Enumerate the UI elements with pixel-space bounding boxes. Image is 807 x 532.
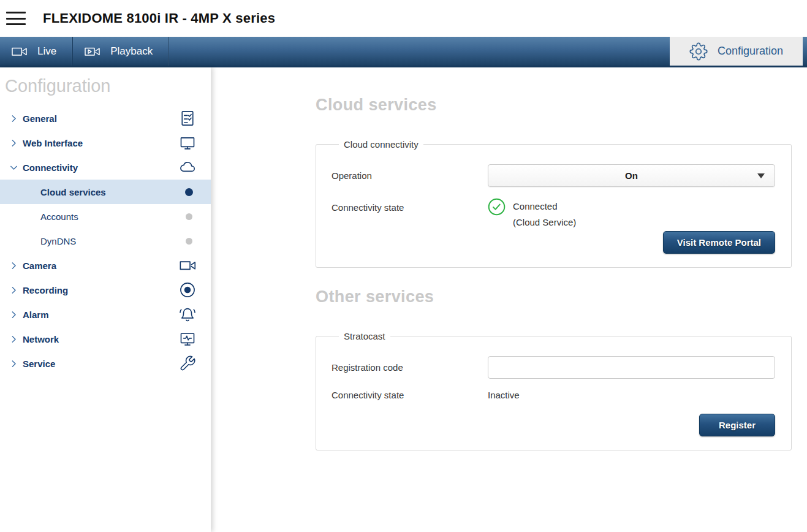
sidebar-item-service[interactable]: Service	[0, 351, 211, 376]
tab-playback[interactable]: Playback	[73, 37, 169, 66]
gear-icon	[689, 42, 708, 61]
cloud-connectivity-legend: Cloud connectivity	[339, 139, 423, 150]
sidebar-item-label: General	[23, 113, 57, 124]
sidebar-item-label: Camera	[23, 260, 56, 271]
sidebar-item-label: Service	[23, 359, 55, 369]
chevron-down-icon	[9, 162, 19, 173]
sidebar-item-label: Recording	[23, 285, 68, 295]
sidebar-item-recording[interactable]: Recording	[0, 278, 211, 302]
sidebar-item-cloud-services[interactable]: Cloud services	[0, 180, 211, 204]
tab-live-label: Live	[37, 45, 56, 58]
register-button[interactable]: Register	[699, 414, 775, 436]
registration-code-label: Registration code	[332, 362, 488, 373]
visit-remote-portal-button[interactable]: Visit Remote Portal	[663, 231, 775, 254]
tab-configuration-label: Configuration	[718, 45, 783, 58]
sidebar-title: Configuration	[5, 76, 211, 96]
sidebar-item-label: Cloud services	[40, 187, 106, 197]
tab-playback-label: Playback	[110, 45, 153, 58]
connectivity-status: Connected (Cloud Service)	[488, 198, 576, 227]
operation-select[interactable]: On	[488, 164, 775, 187]
active-page-dot	[185, 188, 193, 196]
network-monitor-icon	[179, 330, 196, 348]
connectivity-state-label: Connectivity state	[332, 198, 488, 213]
sidebar-item-dyndns[interactable]: DynDNS	[0, 229, 211, 253]
cloud-services-heading: Cloud services	[316, 96, 792, 115]
hamburger-menu-icon[interactable]	[6, 11, 27, 26]
playback-camera-icon	[84, 45, 101, 58]
stratocast-legend: Stratocast	[339, 331, 390, 341]
connectivity-state-value: Connected	[513, 201, 576, 211]
main-content: Cloud services Cloud connectivity Operat…	[211, 67, 807, 532]
inactive-page-dot	[186, 213, 192, 220]
tab-live[interactable]: Live	[0, 37, 73, 66]
sidebar-item-label: Network	[23, 334, 59, 344]
stratocast-connectivity-state-value: Inactive	[488, 390, 520, 400]
sidebar-item-web-interface[interactable]: Web Interface	[0, 131, 211, 155]
sidebar-item-label: DynDNS	[40, 236, 76, 246]
sidebar-item-label: Connectivity	[23, 162, 78, 173]
other-services-heading: Other services	[316, 287, 792, 306]
chevron-right-icon	[9, 310, 19, 320]
sidebar-item-network[interactable]: Network	[0, 327, 211, 351]
page: FLEXIDOME 8100i IR - 4MP X series Live P…	[0, 0, 807, 532]
configuration-sidebar: Configuration General Web Interface	[0, 67, 211, 532]
sidebar-item-camera[interactable]: Camera	[0, 253, 211, 278]
tab-configuration[interactable]: Configuration	[670, 37, 803, 66]
camera-icon	[179, 257, 196, 274]
operation-label: Operation	[332, 170, 488, 181]
chevron-right-icon	[9, 260, 19, 271]
wrench-icon	[179, 355, 196, 372]
cloud-connectivity-group: Cloud connectivity Operation On Connecti…	[316, 139, 792, 268]
stratocast-connectivity-state-label: Connectivity state	[332, 390, 488, 400]
dropdown-arrow-icon	[757, 173, 765, 178]
monitor-icon	[179, 134, 196, 151]
sidebar-item-label: Accounts	[40, 211, 78, 222]
sidebar-item-general[interactable]: General	[0, 106, 211, 131]
video-camera-icon	[11, 45, 28, 58]
connectivity-state-detail: (Cloud Service)	[513, 217, 576, 227]
app-header: FLEXIDOME 8100i IR - 4MP X series	[0, 0, 807, 37]
chevron-right-icon	[9, 359, 19, 369]
registration-code-input[interactable]	[488, 356, 775, 379]
bell-icon	[179, 306, 196, 323]
sidebar-item-label: Alarm	[23, 310, 49, 320]
checklist-icon	[179, 110, 196, 127]
inactive-page-dot	[186, 238, 192, 245]
sidebar-item-accounts[interactable]: Accounts	[0, 204, 211, 229]
sidebar-item-alarm[interactable]: Alarm	[0, 302, 211, 327]
stratocast-group: Stratocast Registration code Connectivit…	[316, 331, 792, 450]
main-nav: Live Playback Configuration	[0, 37, 807, 67]
chevron-right-icon	[9, 138, 19, 148]
chevron-right-icon	[9, 334, 19, 344]
cloud-icon	[179, 159, 196, 176]
chevron-right-icon	[9, 113, 19, 124]
sidebar-item-label: Web Interface	[23, 138, 83, 148]
green-check-icon	[488, 198, 506, 216]
operation-selected-value: On	[625, 170, 638, 181]
device-title: FLEXIDOME 8100i IR - 4MP X series	[43, 10, 275, 26]
sidebar-item-connectivity[interactable]: Connectivity	[0, 155, 211, 180]
chevron-right-icon	[9, 285, 19, 295]
record-icon	[179, 281, 196, 298]
